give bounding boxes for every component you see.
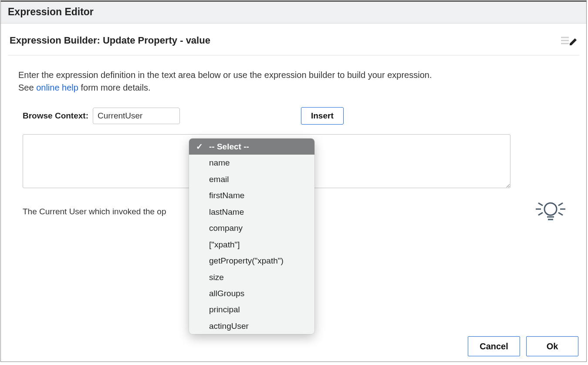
insert-button[interactable]: Insert bbox=[301, 107, 344, 125]
expression-editor-dialog: Expression Editor Expression Builder: Up… bbox=[0, 0, 587, 362]
context-select[interactable]: CurrentUser bbox=[93, 108, 180, 124]
instructions-line1: Enter the expression definition in the t… bbox=[18, 70, 432, 80]
context-select-value: CurrentUser bbox=[98, 111, 142, 121]
dropdown-item-firstname[interactable]: firstName bbox=[189, 187, 314, 203]
dropdown-item-lastname[interactable]: lastName bbox=[189, 204, 314, 220]
ok-button[interactable]: Ok bbox=[526, 336, 578, 356]
dropdown-item-select[interactable]: -- Select -- bbox=[189, 139, 314, 155]
svg-line-10 bbox=[538, 213, 543, 215]
dropdown-item-size[interactable]: size bbox=[189, 269, 314, 285]
browse-context-label: Browse Context: bbox=[23, 111, 88, 121]
svg-line-9 bbox=[558, 203, 563, 206]
dropdown-item-name[interactable]: name bbox=[189, 155, 314, 171]
hint-text: The Current User which invoked the op bbox=[23, 207, 166, 216]
dropdown-item-company[interactable]: company bbox=[189, 220, 314, 236]
svg-line-11 bbox=[558, 213, 563, 215]
browse-context-row: Browse Context: CurrentUser Insert bbox=[8, 94, 579, 125]
svg-point-3 bbox=[544, 203, 557, 215]
dropdown-item-actinguser[interactable]: actingUser bbox=[189, 318, 314, 334]
instructions-line2-suffix: form more details. bbox=[78, 83, 151, 92]
dialog-footer: Cancel Ok bbox=[468, 336, 578, 356]
toggle-edit-button[interactable] bbox=[560, 35, 578, 46]
dialog-content: Expression Builder: Update Property - va… bbox=[1, 24, 586, 362]
dropdown-item-principal[interactable]: principal bbox=[189, 301, 314, 318]
dialog-title: Expression Editor bbox=[1, 2, 586, 24]
online-help-link[interactable]: online help bbox=[36, 83, 78, 92]
dropdown-item-allgroups[interactable]: allGroups bbox=[189, 285, 314, 301]
dropdown-item-getproperty[interactable]: getProperty("xpath") bbox=[189, 253, 314, 269]
instructions: Enter the expression definition in the t… bbox=[8, 56, 579, 94]
cancel-button[interactable]: Cancel bbox=[468, 336, 520, 356]
dropdown-item-xpath[interactable]: ["xpath"] bbox=[189, 237, 314, 253]
dropdown-item-email[interactable]: email bbox=[189, 171, 314, 187]
builder-title: Expression Builder: Update Property - va… bbox=[10, 35, 210, 46]
lightbulb-icon bbox=[532, 199, 569, 225]
svg-line-8 bbox=[538, 203, 543, 206]
instructions-line2-prefix: See bbox=[18, 83, 36, 92]
property-dropdown-menu: -- Select -- name email firstName lastNa… bbox=[189, 139, 314, 334]
builder-header: Expression Builder: Update Property - va… bbox=[8, 24, 579, 56]
